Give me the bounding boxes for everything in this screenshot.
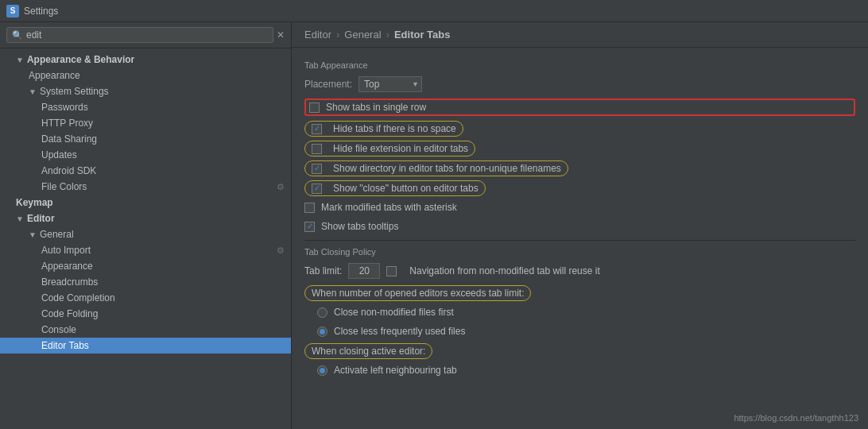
tree-arrow: ▼ — [16, 56, 24, 64]
search-icon: 🔍 — [12, 30, 23, 41]
tree-arrow: ▼ — [29, 230, 37, 239]
main-layout: 🔍 ✕ ▼ Appearance & Behavior Appearance ▼… — [0, 22, 868, 429]
tree-arrow: ▼ — [29, 87, 37, 96]
hide-tabs-no-space-row: Hide tabs if there is no space — [304, 121, 463, 137]
sidebar-item-data-sharing[interactable]: Data Sharing — [0, 131, 291, 147]
show-close-button-label: Show "close" button on editor tabs — [333, 183, 479, 194]
sidebar-item-editor[interactable]: ▼ Editor — [0, 211, 291, 226]
show-tooltips-row: Show tabs tooltips — [304, 219, 855, 234]
show-directory-label: Show directory in editor tabs for non-un… — [333, 163, 561, 174]
breadcrumb-editor: Editor — [304, 29, 331, 41]
close-less-frequent-radio[interactable] — [317, 327, 327, 337]
section-divider — [304, 240, 855, 241]
sidebar-item-appearance2[interactable]: Appearance — [0, 258, 291, 274]
tab-limit-input[interactable] — [348, 263, 380, 279]
content-area: Editor › General › Editor Tabs Tab Appea… — [292, 22, 868, 429]
hide-file-extension-checkbox[interactable] — [312, 144, 322, 154]
sidebar-item-system-settings[interactable]: ▼ System Settings — [0, 83, 291, 99]
settings-content: Tab Appearance Placement: Top Bottom Lef… — [292, 48, 868, 429]
breadcrumb-general: General — [344, 29, 381, 41]
sidebar-item-code-completion[interactable]: Code Completion — [0, 290, 291, 306]
sidebar: 🔍 ✕ ▼ Appearance & Behavior Appearance ▼… — [0, 22, 292, 429]
mark-modified-row: Mark modified tabs with asterisk — [304, 200, 855, 214]
close-non-modified-label: Close non-modified files first — [334, 307, 454, 318]
when-exceeds-row: When number of opened editors exceeds ta… — [304, 285, 531, 301]
sidebar-item-keymap[interactable]: Keymap — [0, 195, 291, 211]
when-closing-label: When closing active editor: — [312, 346, 425, 357]
sidebar-item-appearance-behavior[interactable]: ▼ Appearance & Behavior — [0, 52, 291, 68]
mark-modified-checkbox[interactable] — [304, 203, 315, 213]
close-less-frequent-label: Close less frequently used files — [334, 326, 465, 337]
tree-area: ▼ Appearance & Behavior Appearance ▼ Sys… — [0, 48, 291, 429]
navigation-reuse-checkbox[interactable] — [386, 266, 397, 276]
search-input[interactable] — [26, 29, 268, 41]
show-tabs-single-row-label: Show tabs in single row — [326, 102, 426, 113]
search-bar: 🔍 ✕ — [0, 22, 291, 48]
sidebar-item-passwords[interactable]: Passwords — [0, 99, 291, 115]
breadcrumb: Editor › General › Editor Tabs — [292, 22, 868, 48]
placement-select[interactable]: Top Bottom Left Right None — [358, 76, 422, 92]
sidebar-item-file-colors[interactable]: File Colors ⚙ — [0, 179, 291, 195]
when-closing-row: When closing active editor: — [304, 343, 432, 359]
sidebar-item-breadcrumbs[interactable]: Breadcrumbs — [0, 274, 291, 290]
hide-tabs-no-space-label: Hide tabs if there is no space — [333, 123, 456, 134]
show-close-button-row: Show "close" button on editor tabs — [304, 180, 486, 196]
sidebar-item-appearance[interactable]: Appearance — [0, 68, 291, 83]
title-bar: S Settings — [0, 0, 868, 22]
show-tabs-single-row-checkbox[interactable] — [309, 102, 320, 113]
tab-closing-section-title: Tab Closing Policy — [304, 247, 855, 257]
title-bar-text: Settings — [24, 6, 58, 17]
show-directory-row: Show directory in editor tabs for non-un… — [304, 160, 568, 176]
when-exceeds-label: When number of opened editors exceeds ta… — [312, 288, 524, 299]
hide-file-extension-label: Hide file extension in editor tabs — [333, 143, 468, 154]
tab-limit-label: Tab limit: — [304, 265, 342, 276]
show-directory-checkbox[interactable] — [312, 164, 322, 174]
gear-icon: ⚙ — [277, 245, 285, 256]
activate-left-label: Activate left neighbouring tab — [334, 365, 457, 376]
breadcrumb-sep1: › — [336, 29, 339, 41]
breadcrumb-editor-tabs: Editor Tabs — [394, 29, 451, 41]
activate-left-radio[interactable] — [317, 365, 327, 376]
show-tooltips-label: Show tabs tooltips — [321, 221, 398, 232]
sidebar-item-general[interactable]: ▼ General — [0, 226, 291, 242]
show-close-button-checkbox[interactable] — [312, 184, 322, 194]
tab-limit-row: Tab limit: Navigation from non-modified … — [304, 263, 855, 279]
hide-tabs-no-space-checkbox[interactable] — [312, 124, 322, 134]
close-non-modified-radio[interactable] — [317, 307, 327, 318]
placement-row: Placement: Top Bottom Left Right None — [304, 76, 855, 92]
breadcrumb-sep2: › — [386, 29, 389, 41]
search-clear-button[interactable]: ✕ — [277, 29, 285, 41]
sidebar-item-code-folding[interactable]: Code Folding — [0, 306, 291, 322]
gear-icon: ⚙ — [277, 182, 285, 192]
app-icon: S — [6, 5, 19, 17]
close-non-modified-row: Close non-modified files first — [304, 305, 855, 319]
sidebar-item-auto-import[interactable]: Auto Import ⚙ — [0, 242, 291, 258]
activate-left-row: Activate left neighbouring tab — [304, 363, 855, 377]
sidebar-item-editor-tabs[interactable]: Editor Tabs — [0, 338, 291, 354]
hide-file-extension-row: Hide file extension in editor tabs — [304, 141, 475, 157]
close-less-frequent-row: Close less frequently used files — [304, 324, 855, 338]
placement-label: Placement: — [304, 79, 352, 90]
sidebar-item-updates[interactable]: Updates — [0, 147, 291, 163]
tab-appearance-section-title: Tab Appearance — [304, 60, 855, 70]
tree-arrow: ▼ — [16, 214, 24, 223]
search-input-wrap[interactable]: 🔍 — [6, 27, 273, 43]
mark-modified-label: Mark modified tabs with asterisk — [321, 202, 457, 213]
show-tooltips-checkbox[interactable] — [304, 222, 315, 232]
sidebar-item-http-proxy[interactable]: HTTP Proxy — [0, 115, 291, 131]
sidebar-item-android-sdk[interactable]: Android SDK — [0, 163, 291, 179]
sidebar-item-console[interactable]: Console — [0, 322, 291, 338]
navigation-reuse-label: Navigation from non-modified tab will re… — [409, 265, 599, 276]
placement-select-wrap[interactable]: Top Bottom Left Right None — [358, 76, 422, 92]
show-tabs-single-row-row: Show tabs in single row — [304, 99, 855, 116]
